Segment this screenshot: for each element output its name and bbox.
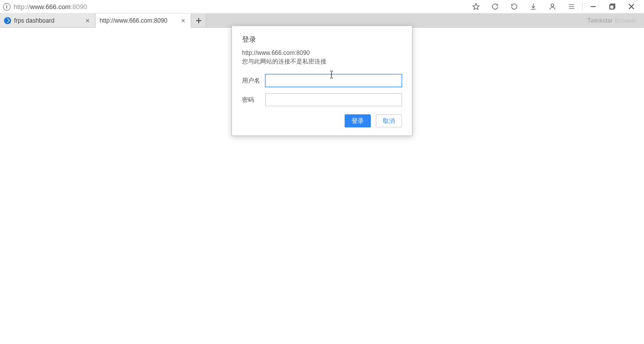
- bookmark-icon[interactable]: [466, 0, 486, 14]
- url-host: www.666.com: [30, 3, 71, 11]
- window-close-button[interactable]: [622, 0, 641, 14]
- tab-title: frps dashboard: [14, 17, 81, 24]
- auth-dialog: 登录 http://www.666.com:8090 您与此网站的连接不是私密连…: [231, 26, 413, 136]
- username-row: 用户名: [242, 74, 402, 87]
- password-label: 密码: [242, 96, 260, 104]
- new-tab-button[interactable]: [191, 14, 206, 27]
- password-row: 密码: [242, 93, 402, 106]
- brand-suffix: Browser: [615, 17, 637, 24]
- tab-frps-dashboard[interactable]: frps dashboard ×: [0, 14, 96, 27]
- reload-icon[interactable]: [486, 0, 505, 14]
- url-scheme: http://: [14, 3, 30, 11]
- tab-current[interactable]: http://www.666.com:8090 ×: [96, 14, 191, 28]
- account-icon[interactable]: [543, 0, 562, 14]
- tab-title: http://www.666.com:8090: [100, 17, 177, 24]
- dialog-warning: 您与此网站的连接不是私密连接: [242, 57, 402, 66]
- dialog-title: 登录: [242, 35, 402, 44]
- svg-rect-2: [610, 5, 614, 9]
- toolbar-separator: [582, 2, 583, 11]
- cancel-button[interactable]: 取消: [376, 114, 402, 127]
- toolbar-actions: [466, 0, 641, 14]
- site-info-icon[interactable]: i: [3, 3, 11, 11]
- browser-brand: Twinkstar Browser: [587, 14, 637, 27]
- favicon-icon: [4, 17, 11, 24]
- username-input[interactable]: [265, 74, 402, 87]
- address-bar[interactable]: i http://www.666.com:8090: [3, 0, 466, 13]
- history-icon[interactable]: [505, 0, 524, 14]
- close-tab-icon[interactable]: ×: [180, 17, 187, 24]
- window-maximize-button[interactable]: [603, 0, 622, 14]
- close-tab-icon[interactable]: ×: [84, 17, 91, 24]
- login-button[interactable]: 登录: [345, 114, 371, 127]
- downloads-icon[interactable]: [524, 0, 543, 14]
- username-label: 用户名: [242, 77, 260, 85]
- brand-name: Twinkstar: [587, 17, 613, 24]
- dialog-actions: 登录 取消: [242, 114, 402, 127]
- window-minimize-button[interactable]: [584, 0, 603, 14]
- toolbar: i http://www.666.com:8090: [0, 0, 644, 14]
- menu-icon[interactable]: [562, 0, 581, 14]
- url-text: http://www.666.com:8090: [14, 3, 87, 11]
- password-input[interactable]: [265, 93, 402, 106]
- dialog-origin: http://www.666.com:8090: [242, 49, 402, 56]
- svg-point-0: [551, 4, 553, 7]
- url-port: :8090: [70, 3, 87, 11]
